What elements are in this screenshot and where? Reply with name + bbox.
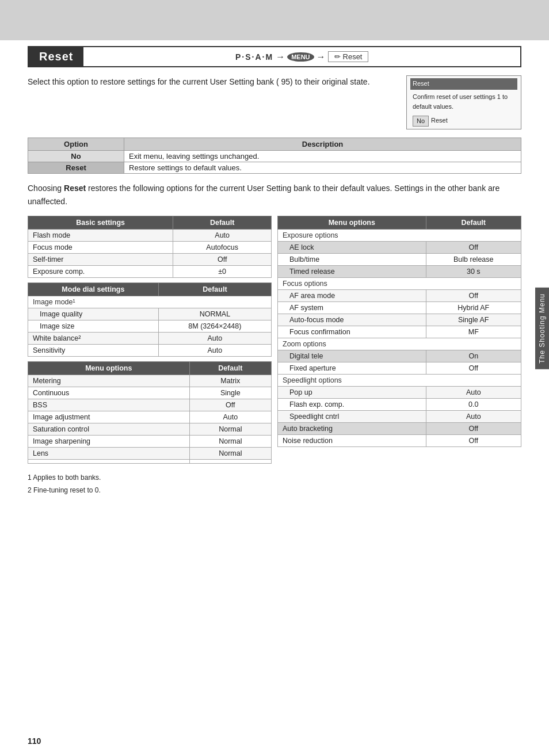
reset-description: Restore settings to default values. — [124, 162, 521, 174]
table-row: Focus mode Autofocus — [28, 242, 272, 254]
table-row — [28, 460, 272, 464]
dialog-title: Reset — [410, 78, 517, 90]
mode-dial-label: Mode dial settings — [28, 283, 159, 296]
navigation-path: P·S·A·M → MENU → ✏ Reset — [83, 51, 520, 62]
table-row: Fixed aperture Off — [278, 362, 521, 375]
dialog-no[interactable]: No — [413, 116, 429, 127]
dialog-reset[interactable]: Reset — [431, 116, 448, 127]
table-row: Speedlight cntrl Auto — [278, 411, 521, 423]
table-row: BSS Off — [28, 399, 272, 411]
sidebar-label: The Shooting Menu — [535, 288, 549, 369]
menu-options-default-label: Default — [189, 362, 271, 375]
table-row: AF system Hybrid AF — [278, 302, 521, 314]
table-row: Metering Matrix — [28, 375, 272, 387]
basic-settings-table: Basic settings Default Flash mode Auto F… — [28, 216, 272, 278]
intro-section: Select this option to restore settings f… — [28, 75, 521, 129]
arrow-icon: → — [276, 52, 285, 62]
no-description: Exit menu, leaving settings unchanged. — [124, 151, 521, 162]
table-row: Zoom options — [278, 338, 521, 350]
table-row: Exposure options — [278, 230, 521, 242]
reset-dialog-preview: Reset Confirm reset of user settings 1 t… — [406, 75, 521, 129]
intro-text-left: Select this option to restore settings f… — [28, 75, 395, 88]
description-col-header: Description — [124, 138, 521, 151]
pencil-icon: ✏ — [334, 52, 341, 61]
table-row: White balance² Auto — [28, 333, 272, 345]
table-row: Digital tele On — [278, 350, 521, 362]
mode-label: P·S·A·M — [235, 52, 273, 62]
table-row: Reset Restore settings to default values… — [28, 162, 521, 174]
menu-options-right-table: Menu options Default Exposure options AE… — [277, 216, 521, 447]
table-row: Saturation control Normal — [28, 423, 272, 436]
option-col-header: Option — [28, 138, 124, 151]
table-row: Image mode¹ — [28, 296, 272, 308]
table-row: AE lock Off — [278, 242, 521, 254]
menu-options-right-header: Menu options Default — [278, 216, 521, 230]
table-row: AF area mode Off — [278, 290, 521, 302]
menu-options-label: Menu options — [28, 362, 190, 375]
table-row: Focus confirmation MF — [278, 326, 521, 338]
table-row: Image quality NORMAL — [28, 308, 272, 320]
left-settings-column: Basic settings Default Flash mode Auto F… — [28, 216, 272, 464]
table-row: Pop up Auto — [278, 387, 521, 399]
mode-dial-default-label: Default — [158, 283, 271, 296]
menu-button: MENU — [287, 52, 314, 62]
table-row: Image size 8M (3264×2448) — [28, 320, 272, 333]
table-row: Auto bracketing Off — [278, 423, 521, 435]
main-tables: Basic settings Default Flash mode Auto F… — [28, 216, 521, 464]
reset-nav-label: ✏ Reset — [328, 51, 369, 62]
choosing-text: Choosing Reset restores the following op… — [28, 182, 521, 208]
mode-dial-table: Mode dial settings Default Image mode¹ I… — [28, 282, 272, 357]
table-row: Bulb/time Bulb release — [278, 254, 521, 266]
no-option: No — [28, 151, 124, 162]
option-table: Option Description No Exit menu, leaving… — [28, 138, 521, 174]
table-row: Self-timer Off — [28, 254, 272, 266]
dialog-options: No Reset — [410, 116, 517, 127]
dialog-message: Confirm reset of user settings 1 to defa… — [410, 92, 517, 112]
table-row: Flash exp. comp. 0.0 — [278, 399, 521, 411]
page-title: Reset — [29, 47, 83, 66]
table-row: Timed release 30 s — [278, 266, 521, 278]
title-bar: Reset P·S·A·M → MENU → ✏ Reset — [28, 46, 521, 67]
table-row: Lens Normal — [28, 448, 272, 460]
reset-option: Reset — [28, 162, 124, 174]
table-row: Speedlight options — [278, 375, 521, 387]
footnotes: 1 Applies to both banks. 2 Fine-tuning r… — [28, 472, 521, 497]
table-row: Image adjustment Auto — [28, 411, 272, 423]
page-number: 110 — [28, 736, 41, 746]
table-row: Continuous Single — [28, 387, 272, 399]
menu-options-right-label: Menu options — [278, 216, 426, 230]
right-settings-column: Menu options Default Exposure options AE… — [277, 216, 521, 464]
table-row: Sensitivity Auto — [28, 345, 272, 357]
table-row: Auto-focus mode Single AF — [278, 314, 521, 326]
menu-options-right-default: Default — [426, 216, 521, 230]
menu-options-header: Menu options Default — [28, 362, 272, 375]
basic-default-label: Default — [173, 216, 272, 230]
table-row: Flash mode Auto — [28, 230, 272, 242]
basic-settings-label: Basic settings — [28, 216, 173, 230]
mode-dial-header: Mode dial settings Default — [28, 283, 272, 296]
table-row: Noise reduction Off — [278, 435, 521, 447]
menu-options-left-table: Menu options Default Metering Matrix Con… — [28, 361, 272, 464]
table-row: Exposure comp. ±0 — [28, 266, 272, 278]
arrow-icon-2: → — [317, 52, 326, 62]
basic-settings-header: Basic settings Default — [28, 216, 272, 230]
table-row: No Exit menu, leaving settings unchanged… — [28, 151, 521, 162]
table-row: Image sharpening Normal — [28, 436, 272, 448]
table-row: Focus options — [278, 278, 521, 290]
